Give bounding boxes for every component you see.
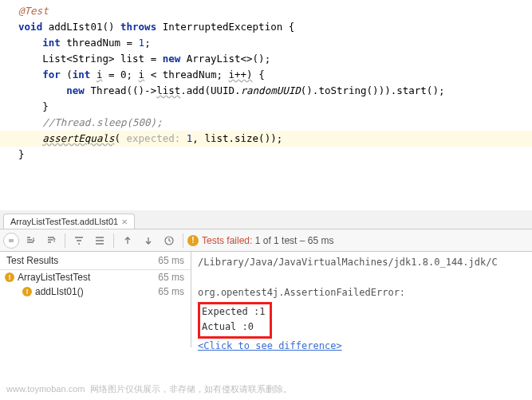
console-panel: /Library/Java/JavaVirtualMachines/jdk1.8… <box>191 252 532 347</box>
tree-row-class[interactable]: !ArrayListTestTest 65 ms <box>0 270 191 284</box>
fail-icon: ! <box>22 287 32 296</box>
tree-row-method[interactable]: !addLIst01() 65 ms <box>0 284 191 299</box>
toolbar-divider <box>65 233 65 248</box>
toolbar-divider <box>183 233 183 248</box>
row-time: 65 ms <box>158 286 184 297</box>
expand-icon[interactable] <box>90 231 109 250</box>
tab-label: ArrayListTestTest.addLIst01 <box>10 217 118 226</box>
tree-header-label: Test Results <box>6 255 58 266</box>
see-difference-link[interactable]: <Click to see difference> <box>198 340 342 351</box>
actual-line: Actual :0 <box>202 320 265 335</box>
status-rest: 1 of 1 test – 65 ms <box>255 235 334 246</box>
code-line: } <box>0 147 532 163</box>
code-line: @Test <box>0 3 532 19</box>
arrow-up-icon[interactable] <box>118 231 137 250</box>
filter-icon[interactable] <box>69 231 89 250</box>
expected-actual-highlight: Expected :1 Actual :0 <box>198 302 272 339</box>
code-line-highlighted: assertEquals( expected: 1, list.size()); <box>0 131 532 147</box>
run-tab[interactable]: ArrayListTestTest.addLIst01 ✕ <box>3 214 135 229</box>
code-line: new Thread(()->list.add(UUID.randomUUID(… <box>0 83 532 99</box>
expected-line: Expected :1 <box>202 304 265 320</box>
code-line: void addLIst01() throws InterruptedExcep… <box>0 19 532 35</box>
code-editor: @Test void addLIst01() throws Interrupte… <box>0 0 532 163</box>
status-fail-text: Tests failed: <box>202 235 252 246</box>
sort-up-icon[interactable] <box>41 231 61 250</box>
console-jdk-path: /Library/Java/JavaVirtualMachines/jdk1.8… <box>198 255 526 270</box>
close-icon[interactable]: ✕ <box>121 218 128 226</box>
fail-icon: ! <box>5 273 14 282</box>
code-line: } <box>0 99 532 115</box>
fail-icon: ! <box>187 235 199 246</box>
test-toolbar: ! Tests failed: 1 of 1 test – 65 ms <box>0 229 532 252</box>
watermark: www.toymoban.com 网络图片仅供展示，非存储，如有侵权请联系删除。 <box>6 383 292 395</box>
code-line: int threadNum = 1; <box>0 35 532 51</box>
code-line: List<String> list = new ArrayList<>(); <box>0 51 532 67</box>
code-line: //Thread.sleep(500); <box>0 115 532 131</box>
history-icon[interactable] <box>160 231 179 250</box>
toolbar-divider <box>113 233 114 248</box>
collapse-button[interactable] <box>3 233 19 249</box>
annotation: @Test <box>18 5 49 17</box>
test-status: ! Tests failed: 1 of 1 test – 65 ms <box>187 235 333 246</box>
results-area: Test Results 65 ms !ArrayListTestTest 65… <box>0 252 532 347</box>
run-tab-bar: ArrayListTestTest.addLIst01 ✕ <box>0 210 532 229</box>
tree-header: Test Results 65 ms <box>0 252 191 270</box>
arrow-down-icon[interactable] <box>139 231 158 250</box>
console-error: org.opentest4j.AssertionFailedError: <box>198 285 526 300</box>
tree-header-time: 65 ms <box>158 255 184 266</box>
row-time: 65 ms <box>158 272 184 283</box>
test-tree-panel: Test Results 65 ms !ArrayListTestTest 65… <box>0 252 191 347</box>
sort-down-icon[interactable] <box>21 231 40 250</box>
code-line: for (int i = 0; i < threadNum; i++) { <box>0 67 532 83</box>
